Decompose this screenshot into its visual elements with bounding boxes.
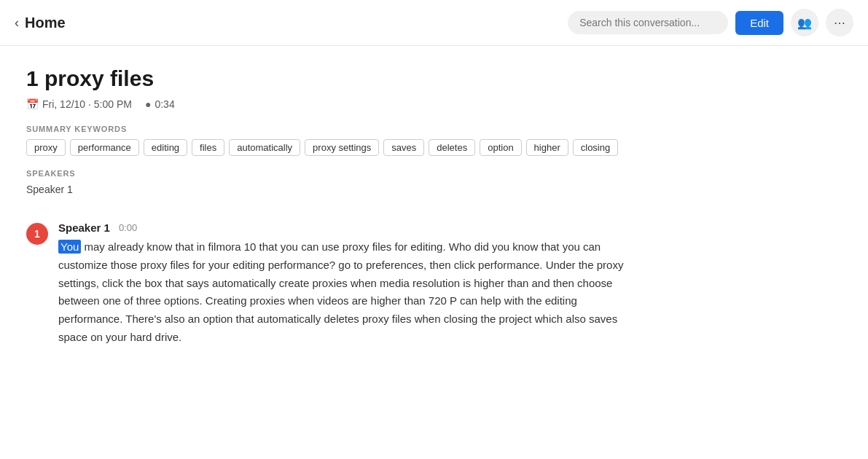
add-person-button[interactable]: 👥 <box>791 9 818 36</box>
add-person-icon: 👥 <box>797 16 812 30</box>
speaker-badge: 1 <box>26 223 48 245</box>
keyword-tag: editing <box>144 139 187 156</box>
edit-button[interactable]: Edit <box>735 11 783 35</box>
highlight-word: You <box>58 240 81 254</box>
duration-meta: ● 0:34 <box>145 98 175 110</box>
keywords-row: proxyperformanceeditingfilesautomaticall… <box>26 139 630 156</box>
keyword-tag: proxy <box>26 139 66 156</box>
more-options-button[interactable]: ⋯ <box>826 9 853 36</box>
transcript-header: Speaker 10:00 <box>58 221 630 234</box>
keyword-tag: proxy settings <box>305 139 379 156</box>
keyword-tag: automatically <box>229 139 300 156</box>
transcript-speaker-name: Speaker 1 <box>58 221 110 234</box>
more-icon: ⋯ <box>834 16 845 30</box>
top-bar-right: Edit 👥 ⋯ <box>568 9 853 36</box>
calendar-icon: 📅 <box>26 98 39 110</box>
date-text: Fri, 12/10 · 5:00 PM <box>42 98 132 110</box>
note-title: 1 proxy files <box>26 66 630 91</box>
transcript-body: Speaker 10:00You may already know that i… <box>58 221 630 347</box>
transcript-item: 1Speaker 10:00You may already know that … <box>26 221 630 347</box>
duration-text: 0:34 <box>155 98 174 110</box>
keyword-tag: deletes <box>429 139 475 156</box>
keyword-tag: files <box>192 139 224 156</box>
keyword-tag: saves <box>383 139 424 156</box>
transcript-container: 1Speaker 10:00You may already know that … <box>26 221 630 347</box>
summary-section: SUMMARY KEYWORDS proxyperformanceediting… <box>26 125 630 156</box>
summary-label: SUMMARY KEYWORDS <box>26 125 630 133</box>
meta-row: 📅 Fri, 12/10 · 5:00 PM ● 0:34 <box>26 98 630 110</box>
date-meta: 📅 Fri, 12/10 · 5:00 PM <box>26 98 132 110</box>
keyword-tag: performance <box>70 139 139 156</box>
back-icon[interactable]: ‹ <box>15 16 19 29</box>
top-bar-left: ‹ Home <box>15 15 66 31</box>
transcript-text: You may already know that in filmora 10 … <box>58 238 630 347</box>
keyword-tag: option <box>480 139 521 156</box>
main-content: 1 proxy files 📅 Fri, 12/10 · 5:00 PM ● 0… <box>0 46 656 388</box>
top-bar: ‹ Home Edit 👥 ⋯ <box>0 0 868 46</box>
transcript-time: 0:00 <box>119 222 137 233</box>
keyword-tag: closing <box>573 139 618 156</box>
home-label: Home <box>25 15 66 31</box>
speakers-label: SPEAKERS <box>26 169 630 178</box>
clock-icon: ● <box>145 98 151 110</box>
speakers-section: SPEAKERS Speaker 1 <box>26 169 630 195</box>
keyword-tag: higher <box>526 139 568 156</box>
speaker-name: Speaker 1 <box>26 184 630 195</box>
search-input[interactable] <box>568 11 728 34</box>
